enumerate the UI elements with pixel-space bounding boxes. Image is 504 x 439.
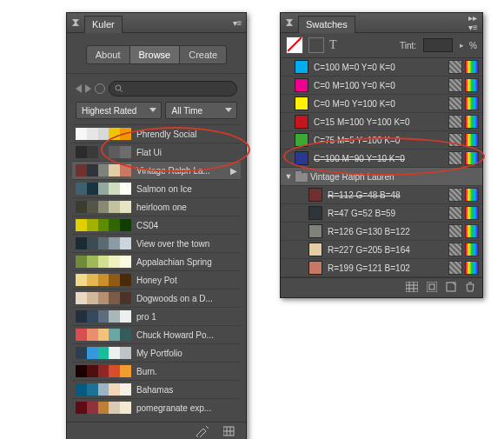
swatch-type-icons — [448, 188, 479, 202]
flyout-menu-icon[interactable]: ▾≡ — [232, 17, 242, 28]
swatch-name: C=15 M=100 Y=100 K=0 — [314, 117, 448, 127]
swatch-list: C=100 M=0 Y=0 K=0C=0 M=100 Y=0 K=0C=0 M=… — [281, 58, 482, 277]
theme-list: Phrendly SocialFlat UiVintage Ralph La..… — [72, 124, 241, 416]
color-mode-icon — [465, 78, 479, 92]
add-to-swatches-icon[interactable] — [223, 425, 237, 439]
theme-name: pro 1 — [136, 312, 237, 322]
theme-row[interactable]: Dogwoods on a D... — [72, 289, 241, 307]
color-mode-icon — [465, 224, 479, 238]
theme-name: Phrendly Social — [136, 130, 237, 139]
swatch-row[interactable]: R=126 G=130 B=122 — [281, 223, 482, 241]
theme-name: Salmon on Ice — [136, 184, 237, 194]
none-swatch-icon[interactable] — [286, 37, 303, 54]
theme-row[interactable]: CS04 — [72, 216, 241, 234]
collapse-icon[interactable] — [284, 17, 295, 28]
theme-name: Burn. — [136, 367, 237, 376]
theme-row[interactable]: Flat Ui — [72, 143, 241, 161]
kuler-tab[interactable]: Kuler — [84, 16, 123, 33]
swatch-row[interactable]: C=0 M=0 Y=100 K=0 — [281, 95, 482, 113]
tab-about[interactable]: About — [86, 45, 130, 64]
nav-refresh-icon[interactable] — [95, 83, 105, 94]
swatch-type-icons — [448, 243, 479, 256]
theme-row[interactable]: Appalachian Spring — [72, 252, 241, 270]
tab-create[interactable]: Create — [180, 45, 227, 64]
swatch-row[interactable]: C=0 M=100 Y=0 K=0 — [281, 76, 482, 95]
theme-row[interactable]: Vintage Ralph La...▶ — [72, 161, 241, 179]
kuler-header[interactable]: Kuler ▾≡ — [67, 13, 246, 33]
theme-swatches — [76, 183, 131, 195]
swatch-name: R=47 G=52 B=59 — [328, 209, 448, 218]
swatch-chip — [295, 133, 308, 147]
swatch-name: C=0 M=100 Y=0 K=0 — [314, 81, 448, 90]
tint-input[interactable] — [423, 38, 453, 52]
theme-row[interactable]: Phrendly Social — [72, 124, 241, 143]
swatch-type-icons — [448, 115, 479, 129]
theme-row[interactable]: Salmon on Ice — [72, 179, 241, 197]
theme-row[interactable]: View over the town — [72, 234, 241, 252]
theme-name: Appalachian Spring — [136, 257, 237, 267]
color-mode-icon — [465, 60, 479, 74]
color-mode-icon — [465, 115, 479, 129]
view-grid-icon[interactable] — [406, 282, 418, 295]
theme-swatches — [76, 292, 131, 304]
theme-swatches — [76, 365, 131, 377]
new-swatch-icon[interactable] — [446, 282, 456, 295]
type-proxy-icon[interactable]: T — [329, 38, 337, 52]
swatch-type-icons — [448, 78, 479, 92]
theme-row[interactable]: Chuck Howard Po... — [72, 325, 241, 343]
flyout-menu-icon[interactable]: ▸▸ ▾≡ — [468, 17, 479, 28]
nav-prev-icon[interactable] — [76, 84, 82, 93]
chevron-right-icon: ▶ — [230, 166, 237, 176]
swatch-chip — [308, 188, 322, 202]
color-mode-icon — [465, 206, 479, 220]
collapse-icon[interactable] — [70, 17, 81, 28]
swatch-chip — [295, 151, 308, 165]
swatch-name: R=112 G=48 B=48 — [328, 190, 448, 200]
theme-row[interactable]: Burn. — [72, 362, 241, 380]
swatch-row[interactable]: R=227 G=205 B=164 — [281, 241, 482, 259]
time-dropdown[interactable]: All Time — [165, 102, 237, 119]
theme-swatches — [76, 383, 131, 396]
theme-swatches — [76, 219, 131, 231]
theme-row[interactable]: heirloom one — [72, 197, 241, 216]
process-icon — [448, 261, 462, 275]
sort-dropdown[interactable]: Highest Rated — [76, 102, 162, 119]
color-mode-icon — [465, 151, 479, 165]
edit-theme-icon[interactable] — [196, 425, 211, 439]
folder-icon — [295, 171, 307, 182]
theme-row[interactable]: My Portfolio — [72, 343, 241, 362]
swatch-row[interactable]: R=47 G=52 B=59 — [281, 204, 482, 223]
theme-swatches — [76, 274, 131, 286]
swatch-type-icons — [448, 151, 479, 165]
swatch-name: C=0 M=0 Y=100 K=0 — [314, 99, 448, 109]
theme-swatches — [76, 256, 131, 268]
svg-rect-6 — [406, 282, 418, 292]
theme-name: heirloom one — [136, 203, 237, 212]
search-input[interactable] — [109, 81, 237, 96]
theme-swatches — [76, 146, 131, 158]
theme-row[interactable]: pomegranate exp... — [72, 398, 241, 416]
tab-browse[interactable]: Browse — [130, 45, 181, 64]
swatch-chip — [295, 60, 308, 74]
process-icon — [448, 188, 462, 202]
swatch-row[interactable]: R=199 G=121 B=102 — [281, 259, 482, 277]
swatch-row[interactable]: C=100 M=90 Y=10 K=0 — [281, 150, 482, 168]
fill-proxy-icon[interactable] — [308, 37, 324, 53]
swatch-row[interactable]: C=75 M=5 Y=100 K=0 — [281, 131, 482, 150]
theme-row[interactable]: Bahamas — [72, 380, 241, 398]
theme-row[interactable]: Honey Pot — [72, 270, 241, 289]
nav-next-icon[interactable] — [85, 84, 91, 93]
theme-name: View over the town — [136, 239, 237, 249]
disclosure-icon[interactable]: ▼ — [284, 172, 293, 181]
theme-name: Flat Ui — [136, 148, 237, 157]
show-options-icon[interactable] — [427, 282, 437, 295]
swatches-tab[interactable]: Swatches — [298, 16, 355, 33]
swatch-row[interactable]: C=100 M=0 Y=0 K=0 — [281, 58, 482, 76]
delete-swatch-icon[interactable] — [465, 282, 475, 295]
swatch-folder-row[interactable]: ▼Vintage Ralph Lauren — [281, 168, 482, 186]
swatches-header[interactable]: Swatches ▸▸ ▾≡ — [281, 13, 482, 33]
theme-row[interactable]: pro 1 — [72, 307, 241, 325]
process-icon — [448, 243, 462, 256]
swatch-row[interactable]: C=15 M=100 Y=100 K=0 — [281, 113, 482, 131]
swatch-row[interactable]: R=112 G=48 B=48 — [281, 186, 482, 204]
